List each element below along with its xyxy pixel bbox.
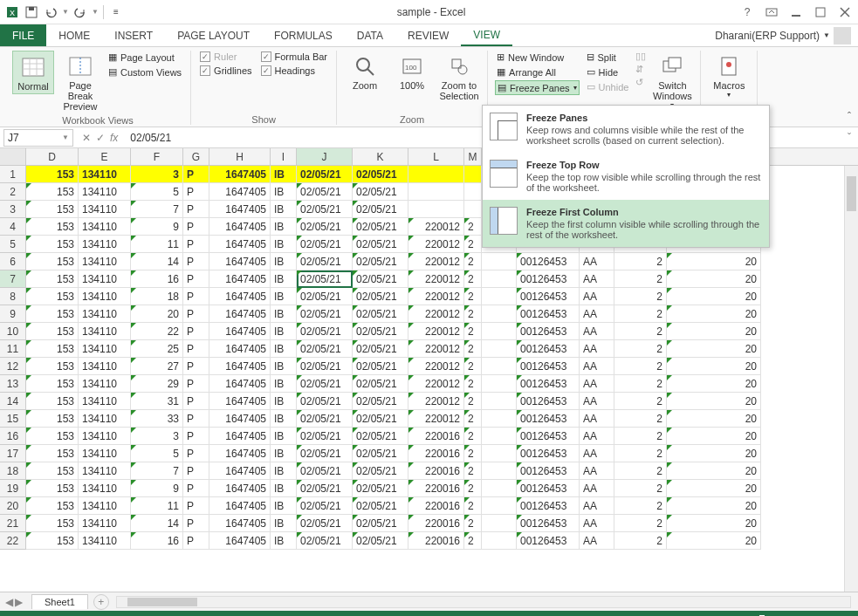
sheet-nav-next-icon[interactable]: ▶: [15, 596, 23, 608]
column-header-F[interactable]: F: [131, 148, 183, 165]
undo-icon[interactable]: [42, 3, 59, 21]
cell-O10[interactable]: 00126453: [517, 323, 580, 340]
cell-D15[interactable]: 153: [26, 410, 79, 428]
cell-G20[interactable]: P: [183, 497, 209, 515]
name-box-dropdown-icon[interactable]: ▼: [62, 133, 69, 141]
cell-O11[interactable]: 00126453: [517, 340, 580, 358]
cell-G18[interactable]: P: [183, 462, 209, 480]
cell-G10[interactable]: P: [183, 323, 209, 340]
cell-O13[interactable]: 00126453: [517, 375, 580, 393]
cell-M21[interactable]: 2: [464, 515, 482, 532]
cell-O16[interactable]: 00126453: [517, 428, 580, 445]
column-header-I[interactable]: I: [271, 148, 297, 165]
cell-J1[interactable]: 02/05/21: [297, 166, 353, 183]
cell-M13[interactable]: 2: [464, 375, 482, 393]
cell-H22[interactable]: 1647405: [209, 532, 271, 550]
cell-M11[interactable]: 2: [464, 340, 482, 358]
column-header-M[interactable]: M: [464, 148, 482, 165]
cell-J18[interactable]: 02/05/21: [297, 462, 353, 480]
cell-F15[interactable]: 33: [131, 410, 183, 428]
cell-P17[interactable]: AA: [580, 445, 614, 462]
cell-E9[interactable]: 134110: [79, 305, 131, 323]
cell-G6[interactable]: P: [183, 253, 209, 270]
cell-L16[interactable]: 220016: [408, 428, 464, 445]
cell-H20[interactable]: 1647405: [209, 497, 271, 515]
cell-E18[interactable]: 134110: [79, 462, 131, 480]
row-header-9[interactable]: 9: [0, 305, 26, 323]
row-header-5[interactable]: 5: [0, 236, 26, 253]
cell-H19[interactable]: 1647405: [209, 480, 271, 497]
cell-R6[interactable]: 20: [667, 253, 761, 270]
formula-bar-checkbox[interactable]: Formula Bar: [259, 51, 330, 63]
row-header-11[interactable]: 11: [0, 340, 26, 358]
cell-D10[interactable]: 153: [26, 323, 79, 340]
cell-E21[interactable]: 134110: [79, 515, 131, 532]
cell-L3[interactable]: [408, 201, 464, 218]
switch-windows-button[interactable]: Switch Windows▾: [651, 51, 693, 111]
cell-K5[interactable]: 02/05/21: [353, 236, 408, 253]
cell-R14[interactable]: 20: [667, 393, 761, 410]
cell-F2[interactable]: 5: [131, 183, 183, 201]
cell-Q17[interactable]: 2: [614, 445, 667, 462]
cell-Q14[interactable]: 2: [614, 393, 667, 410]
cell-N7[interactable]: [482, 270, 517, 288]
freeze-first-column-option[interactable]: Freeze First ColumnKeep the first column…: [483, 200, 769, 247]
row-header-21[interactable]: 21: [0, 515, 26, 532]
cell-F22[interactable]: 16: [131, 532, 183, 550]
row-header-4[interactable]: 4: [0, 218, 26, 236]
cell-D13[interactable]: 153: [26, 375, 79, 393]
cell-Q20[interactable]: 2: [614, 497, 667, 515]
gridlines-checkbox[interactable]: Gridlines: [198, 65, 253, 77]
scroll-thumb[interactable]: [127, 598, 197, 606]
cell-E12[interactable]: 134110: [79, 358, 131, 375]
cell-K14[interactable]: 02/05/21: [353, 393, 408, 410]
help-icon[interactable]: ?: [738, 3, 757, 22]
cell-K13[interactable]: 02/05/21: [353, 375, 408, 393]
cell-R22[interactable]: 20: [667, 532, 761, 550]
cell-R10[interactable]: 20: [667, 323, 761, 340]
freeze-panes-button[interactable]: ▤Freeze Panes▾: [495, 80, 579, 95]
cell-M3[interactable]: [464, 201, 482, 218]
cell-I9[interactable]: IB: [271, 305, 297, 323]
cell-M4[interactable]: 2: [464, 218, 482, 236]
cell-K2[interactable]: 02/05/21: [353, 183, 408, 201]
cell-Q15[interactable]: 2: [614, 410, 667, 428]
reset-window-icon[interactable]: ↺: [635, 77, 646, 88]
cell-O8[interactable]: 00126453: [517, 288, 580, 305]
scroll-thumb[interactable]: [847, 176, 856, 211]
horizontal-scrollbar[interactable]: [116, 596, 851, 608]
cell-P11[interactable]: AA: [580, 340, 614, 358]
cell-F8[interactable]: 18: [131, 288, 183, 305]
cell-O18[interactable]: 00126453: [517, 462, 580, 480]
cell-R21[interactable]: 20: [667, 515, 761, 532]
cell-D11[interactable]: 153: [26, 340, 79, 358]
cell-D21[interactable]: 153: [26, 515, 79, 532]
cell-F20[interactable]: 11: [131, 497, 183, 515]
cell-L14[interactable]: 220012: [408, 393, 464, 410]
cell-J20[interactable]: 02/05/21: [297, 497, 353, 515]
cell-R15[interactable]: 20: [667, 410, 761, 428]
cell-F13[interactable]: 29: [131, 375, 183, 393]
cell-E14[interactable]: 134110: [79, 393, 131, 410]
cell-N9[interactable]: [482, 305, 517, 323]
cell-Q11[interactable]: 2: [614, 340, 667, 358]
tab-page-layout[interactable]: PAGE LAYOUT: [165, 24, 262, 46]
cell-R12[interactable]: 20: [667, 358, 761, 375]
cell-Q6[interactable]: 2: [614, 253, 667, 270]
cell-I12[interactable]: IB: [271, 358, 297, 375]
normal-view-button[interactable]: Normal: [12, 51, 54, 94]
cell-F12[interactable]: 27: [131, 358, 183, 375]
cell-J14[interactable]: 02/05/21: [297, 393, 353, 410]
expand-formula-bar-icon[interactable]: ˇ: [841, 132, 858, 144]
cell-M9[interactable]: 2: [464, 305, 482, 323]
enter-formula-icon[interactable]: ✓: [96, 132, 105, 144]
cell-G9[interactable]: P: [183, 305, 209, 323]
cell-E4[interactable]: 134110: [79, 218, 131, 236]
cell-J8[interactable]: 02/05/21: [297, 288, 353, 305]
row-header-8[interactable]: 8: [0, 288, 26, 305]
ruler-checkbox[interactable]: Ruler: [198, 51, 253, 63]
row-header-17[interactable]: 17: [0, 445, 26, 462]
cell-H7[interactable]: 1647405: [209, 270, 271, 288]
cell-N20[interactable]: [482, 497, 517, 515]
cell-P12[interactable]: AA: [580, 358, 614, 375]
